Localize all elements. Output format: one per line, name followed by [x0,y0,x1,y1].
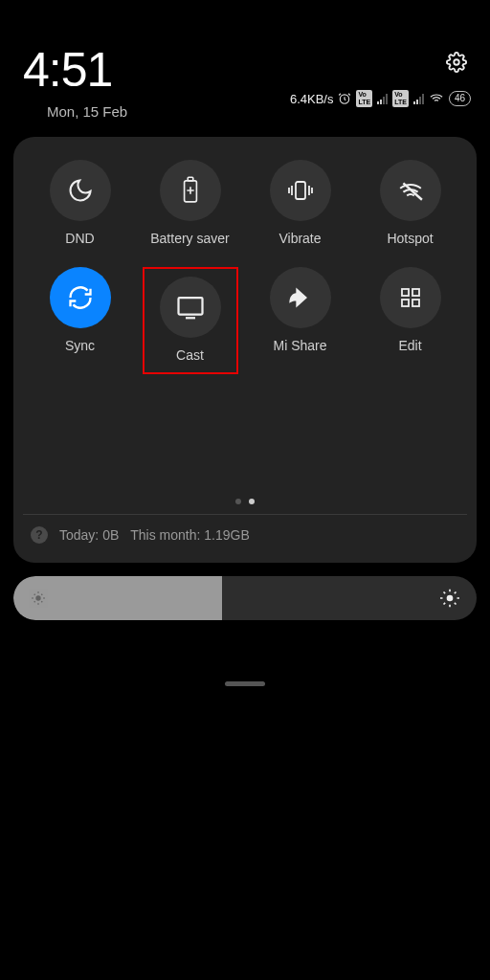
signal-bars-2 [413,93,424,104]
volte-indicator-2: VoLTE [392,90,409,107]
tile-label: Battery saver [150,231,229,246]
svg-rect-8 [402,300,409,306]
tile-label: Cast [176,347,204,363]
tile-sync[interactable]: Sync [25,267,135,374]
tile-vibrate[interactable]: Vibrate [245,160,355,246]
settings-icon[interactable] [446,52,467,77]
tile-dnd[interactable]: DND [25,160,135,246]
tile-label: Edit [398,338,421,353]
tile-label: Mi Share [273,338,326,353]
status-icons: 6.4KB/s VoLTE VoLTE 46 [290,90,471,107]
vibrate-icon [286,177,315,204]
moon-icon [67,177,94,204]
battery-pill: 46 [449,91,471,106]
tile-label: Sync [65,338,95,353]
clock-time: 4:51 [23,42,127,98]
svg-rect-3 [188,177,193,181]
signal-bars-1 [377,93,388,104]
brightness-slider[interactable] [13,576,477,620]
svg-rect-6 [402,289,409,296]
page-dot [235,499,241,504]
usage-today: Today: 0B [59,527,119,543]
tile-edit[interactable]: Edit [355,267,465,374]
page-indicator [25,499,465,504]
svg-rect-4 [296,182,305,199]
tile-label: Hotspot [387,231,433,246]
tile-battery-saver[interactable]: Battery saver [135,160,245,246]
hotspot-icon [396,178,425,203]
svg-point-0 [454,59,459,65]
data-usage-row[interactable]: ? Today: 0B This month: 1.19GB [25,515,465,547]
tile-label: Vibrate [278,231,321,246]
svg-point-11 [447,595,454,602]
usage-month: This month: 1.19GB [130,527,250,543]
clock-date: Mon, 15 Feb [47,103,127,120]
svg-rect-5 [178,298,202,315]
page-dot-active [249,499,255,504]
svg-point-10 [35,595,40,600]
status-bar: 4:51 Mon, 15 Feb 6.4KB/s VoLTE VoLTE 46 [0,0,490,120]
svg-rect-9 [412,300,419,306]
volte-indicator-1: VoLTE [356,90,372,107]
network-speed: 6.4KB/s [290,92,334,106]
tile-mi-share[interactable]: Mi Share [245,267,355,374]
cast-highlight: Cast [143,267,238,374]
home-handle[interactable] [225,681,265,686]
help-icon: ? [31,526,48,544]
tile-hotspot[interactable]: Hotspot [355,160,465,246]
sun-dim-icon [31,590,46,606]
battery-plus-icon [180,176,201,205]
svg-rect-7 [412,289,419,296]
cast-icon [176,295,205,320]
alarm-icon [338,92,351,105]
sync-icon [67,284,94,311]
grid-icon [399,286,422,309]
mi-share-icon [287,284,314,311]
tile-cast[interactable]: Cast [149,277,232,363]
sun-bright-icon [440,589,459,608]
quick-settings-panel: DND Battery saver Vibrate Hotspot Sync [13,137,477,563]
tile-label: DND [65,231,94,246]
wifi-icon [429,92,444,105]
